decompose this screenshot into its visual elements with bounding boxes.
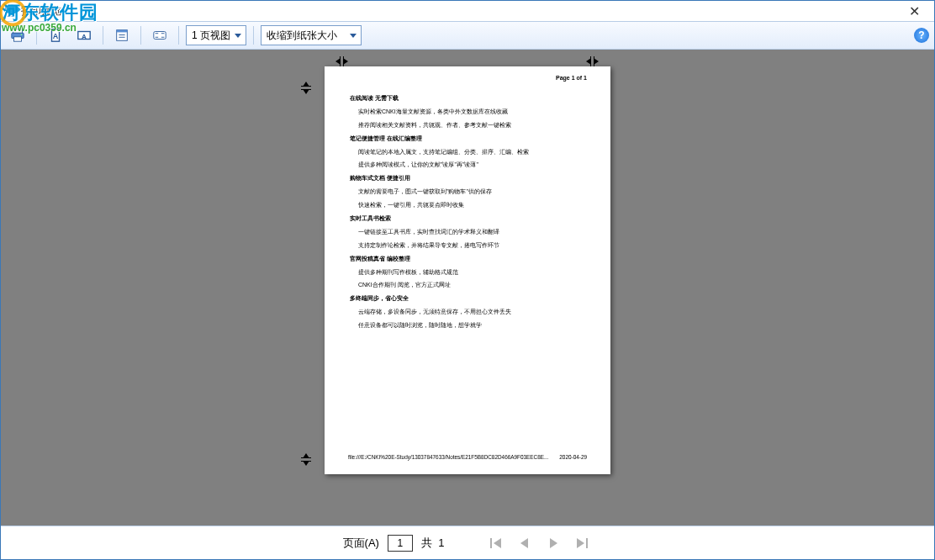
body-line: 任意设备都可以随时浏览，随时随地，想学就学: [358, 320, 587, 330]
section-heading: 购物车式文档 便捷引用: [350, 173, 587, 183]
svg-rect-19: [156, 37, 159, 38]
page-view-select[interactable]: 1 页视图: [186, 25, 246, 45]
svg-rect-1: [8, 8, 12, 9]
body-line: 提供多种阅读模式，让你的文献"读厚"再"读薄": [358, 160, 587, 170]
svg-rect-22: [490, 538, 492, 548]
app-icon: [4, 5, 16, 17]
page-setup-button[interactable]: [110, 24, 134, 46]
title-bar: 打印预览 ✕: [1, 1, 934, 21]
page-input[interactable]: [388, 535, 413, 552]
svg-rect-5: [13, 29, 23, 34]
body-line: 支持定制作论检索，并将结果导专文献，搭电写作环节: [358, 240, 587, 251]
zoom-select[interactable]: 收缩到纸张大小: [261, 25, 362, 45]
close-button[interactable]: ✕: [899, 1, 929, 21]
svg-rect-14: [117, 30, 128, 33]
body-line: 提供多种期刊写作模板，辅助格式规范: [358, 267, 587, 277]
footer-date: 2020-04-29: [559, 453, 587, 462]
total-pages: 共 1: [421, 536, 444, 551]
page-preview: Page 1 of 1 在线阅读 无需下载实时检索CNKI海量文献资源，各类中外…: [325, 66, 610, 474]
toolbar: A A 1 页视图 收缩到纸张大小 ?: [1, 21, 934, 50]
svg-rect-21: [161, 37, 165, 38]
page-label: 页面(A): [343, 536, 379, 551]
separator: [178, 26, 179, 45]
section-heading: 官网投稿真省 编校整理: [350, 254, 587, 264]
headers-footers-button[interactable]: [148, 24, 172, 46]
svg-text:A: A: [53, 32, 59, 40]
svg-rect-7: [14, 37, 22, 41]
svg-rect-23: [586, 538, 588, 548]
body-line: 一键链接至工具书库，实时查找词汇的学术释义和翻译: [358, 227, 587, 237]
help-button[interactable]: ?: [914, 28, 929, 43]
separator: [36, 26, 37, 45]
prev-page-button[interactable]: [515, 535, 535, 552]
last-page-button[interactable]: [572, 535, 592, 552]
page-footer: file:///E:/CNKI%20E-Study/13037847633/No…: [348, 453, 587, 462]
page-number-label: Page 1 of 1: [556, 73, 587, 83]
print-button[interactable]: [6, 24, 29, 46]
preview-canvas: Page 1 of 1 在线阅读 无需下载实时检索CNKI海量文献资源，各类中外…: [1, 50, 934, 526]
next-page-button[interactable]: [543, 535, 563, 552]
svg-rect-20: [161, 33, 165, 34]
margin-handle-top[interactable]: [301, 82, 311, 94]
footer-path: file:///E:/CNKI%20E-Study/13037847633/No…: [348, 453, 548, 462]
margin-handle-right[interactable]: [586, 56, 599, 66]
svg-rect-3: [8, 11, 12, 12]
section-heading: 在线阅读 无需下载: [350, 93, 587, 103]
separator: [253, 26, 254, 45]
svg-rect-15: [119, 34, 124, 35]
document-body: 在线阅读 无需下载实时检索CNKI海量文献资源，各类中外文数据库在线收藏推荐阅读…: [358, 93, 587, 330]
landscape-button[interactable]: A: [72, 24, 96, 46]
svg-text:A: A: [82, 33, 87, 40]
body-line: 推荐阅读相关文献资料，共轭观、作者、参考文献一键检索: [358, 120, 587, 130]
body-line: 实时检索CNKI海量文献资源，各类中外文数据库在线收藏: [358, 107, 587, 117]
window-title: 打印预览: [21, 4, 61, 18]
separator: [103, 26, 103, 45]
body-line: CNKI合作期刊 阅览，官方正式网址: [358, 280, 587, 290]
body-line: 快速检索，一键引用，共轭要点即时收集: [358, 200, 587, 210]
separator: [140, 26, 141, 45]
margin-handle-bottom[interactable]: [301, 453, 311, 466]
svg-rect-16: [119, 37, 124, 38]
section-heading: 多终端同步，省心安全: [350, 293, 587, 304]
body-line: 阅读笔记的本地入属文，支持笔记编组、分类、排序、汇编、检索: [358, 147, 587, 157]
section-heading: 实时工具书检索: [350, 214, 587, 224]
body-line: 云端存储，多设备同步，无须特意保存，不用担心文件丢失: [358, 307, 587, 317]
svg-rect-17: [154, 32, 166, 40]
margin-handle-left[interactable]: [335, 56, 348, 66]
status-bar: 页面(A) 共 1: [1, 526, 934, 559]
svg-rect-2: [8, 9, 12, 10]
first-page-button[interactable]: [486, 535, 506, 552]
section-heading: 笔记便捷管理 在线汇编整理: [350, 134, 587, 144]
body-line: 文献的需要电子，图式一键获取到"购物车"供的保存: [358, 187, 587, 197]
portrait-button[interactable]: A: [44, 24, 67, 46]
svg-point-8: [21, 34, 23, 35]
svg-rect-18: [156, 33, 159, 34]
